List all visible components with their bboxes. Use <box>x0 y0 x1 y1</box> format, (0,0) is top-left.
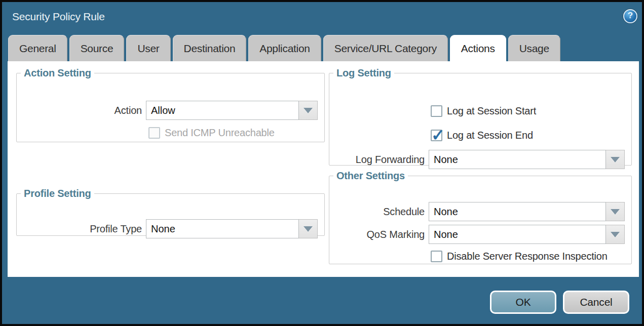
profile-setting-legend: Profile Setting <box>21 188 94 199</box>
log-at-session-end-checkbox[interactable] <box>431 130 442 141</box>
log-forwarding-select-value: None <box>429 150 606 169</box>
action-setting-group: Action Setting Action Allow Send ICMP Un… <box>16 67 325 142</box>
profile-type-label: Profile Type <box>17 219 142 238</box>
chevron-down-icon[interactable] <box>606 202 625 221</box>
tab-destination[interactable]: Destination <box>173 35 247 61</box>
action-setting-legend: Action Setting <box>21 67 94 78</box>
send-icmp-unreachable-label: Send ICMP Unreachable <box>165 127 275 139</box>
tab-actions[interactable]: Actions <box>450 35 506 61</box>
action-label: Action <box>17 101 142 120</box>
log-setting-group: Log Setting Log at Session Start Log at … <box>329 67 632 166</box>
dropdown-arrow-icon <box>611 157 620 162</box>
tab-application[interactable]: Application <box>248 35 321 61</box>
ok-button[interactable]: OK <box>490 291 556 314</box>
security-policy-rule-dialog: Security Policy Rule General Source User… <box>0 0 644 326</box>
tab-user[interactable]: User <box>126 35 170 61</box>
dropdown-arrow-icon <box>611 232 620 237</box>
tab-service-url-category[interactable]: Service/URL Category <box>323 35 448 61</box>
dialog-title: Security Policy Rule <box>12 11 105 23</box>
actions-tab-panel: Action Setting Action Allow Send ICMP Un… <box>8 61 639 277</box>
other-settings-legend: Other Settings <box>333 170 408 181</box>
title-bar: Security Policy Rule <box>2 2 642 33</box>
log-forwarding-label: Log Forwarding <box>329 150 425 169</box>
log-at-session-start-checkbox[interactable] <box>431 105 442 117</box>
log-at-session-end-label: Log at Session End <box>447 130 533 141</box>
log-setting-legend: Log Setting <box>333 67 394 78</box>
dropdown-arrow-icon <box>304 108 313 113</box>
schedule-select-value: None <box>429 202 606 221</box>
action-select-value: Allow <box>146 101 299 120</box>
dropdown-arrow-icon <box>611 209 620 215</box>
disable-server-response-inspection-checkbox[interactable] <box>431 251 442 262</box>
chevron-down-icon[interactable] <box>606 150 625 169</box>
chevron-down-icon[interactable] <box>299 219 318 238</box>
schedule-label: Schedule <box>329 202 425 221</box>
dropdown-arrow-icon <box>304 226 313 232</box>
profile-type-select[interactable]: None <box>146 219 318 238</box>
disable-server-response-inspection-label: Disable Server Response Inspection <box>447 251 608 262</box>
schedule-select[interactable]: None <box>429 202 625 221</box>
chevron-down-icon[interactable] <box>606 225 625 244</box>
qos-marking-label: QoS Marking <box>329 225 425 244</box>
tab-source[interactable]: Source <box>69 35 125 61</box>
tab-usage[interactable]: Usage <box>508 35 560 61</box>
help-icon[interactable] <box>623 9 637 23</box>
log-at-session-start-label: Log at Session Start <box>447 105 536 117</box>
send-icmp-unreachable-checkbox[interactable] <box>148 127 160 139</box>
tab-general[interactable]: General <box>8 35 67 61</box>
action-select[interactable]: Allow <box>146 101 318 120</box>
other-settings-group: Other Settings Schedule None QoS Marking… <box>329 170 632 264</box>
tab-bar: General Source User Destination Applicat… <box>8 35 560 61</box>
profile-setting-group: Profile Setting Profile Type None <box>16 188 325 236</box>
chevron-down-icon[interactable] <box>299 101 318 120</box>
qos-marking-select-value: None <box>429 225 606 244</box>
qos-marking-select[interactable]: None <box>429 225 625 244</box>
cancel-button[interactable]: Cancel <box>563 291 629 314</box>
profile-type-select-value: None <box>146 219 299 238</box>
log-forwarding-select[interactable]: None <box>429 150 625 169</box>
